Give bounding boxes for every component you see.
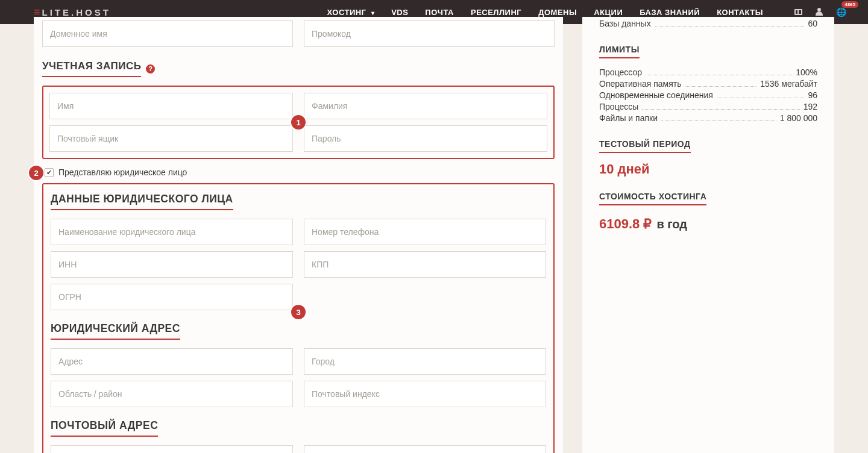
account-title-text: УЧЕТНАЯ ЗАПИСЬ (42, 60, 141, 77)
postal-city-field[interactable]: Город (304, 445, 546, 453)
lastname-field[interactable]: Фамилия (304, 93, 547, 119)
limit-label: Файлы и папки (599, 113, 658, 123)
legal-city-placeholder: Город (312, 357, 335, 366)
nav-vds[interactable]: VDS (391, 8, 408, 17)
postal-address-title: ПОЧТОВЫЙ АДРЕС (51, 419, 158, 437)
summary-databases-row: Базы данных 60 (599, 19, 817, 28)
limit-row: Процессы 192 (599, 102, 817, 111)
firstname-placeholder: Имя (57, 101, 74, 111)
nav-promo[interactable]: АКЦИИ (594, 8, 623, 17)
legal-phone-field[interactable]: Номер телефона (304, 219, 546, 245)
limit-value: 1 800 000 (780, 113, 817, 123)
promo-field[interactable]: Промокод (304, 20, 555, 47)
checkbox-icon: ✔ (45, 168, 54, 177)
summary-databases-value: 60 (808, 19, 817, 28)
legal-name-placeholder: Наименование юридического лица (58, 227, 195, 237)
limits-list: Процессор 100% Оперативная память 1536 м… (599, 67, 817, 123)
password-field[interactable]: Пароль (304, 125, 547, 152)
price-title: СТОИМОСТЬ ХОСТИНГА (599, 192, 706, 205)
promo-placeholder: Промокод (312, 29, 351, 39)
legal-address-placeholder: Адрес (58, 357, 83, 366)
nav-contacts[interactable]: КОНТАКТЫ (717, 8, 763, 17)
nav-reselling[interactable]: РЕСЕЛЛИНГ (471, 8, 521, 17)
order-form: Доменное имя Промокод УЧЕТНАЯ ЗАПИСЬ ? И… (34, 17, 563, 453)
domain-field[interactable]: Доменное имя (42, 20, 293, 47)
limit-row: Оперативная память 1536 мегабайт (599, 79, 817, 89)
summary-databases-label: Базы данных (599, 19, 651, 28)
nav-hosting-label: ХОСТИНГ (327, 8, 366, 17)
nav-domains[interactable]: ДОМЕНЫ (538, 8, 577, 17)
legal-address-field[interactable]: Адрес (51, 348, 293, 375)
ogrn-placeholder: ОГРН (58, 292, 81, 302)
price-suffix: в год (656, 217, 687, 231)
legal-entity-title: ДАННЫЕ ЮРИДИЧЕСКОГО ЛИЦА (51, 193, 233, 210)
legal-postcode-placeholder: Почтовый индекс (312, 389, 380, 399)
trial-value: 10 дней (599, 161, 817, 177)
chevron-down-icon: ▾ (371, 10, 375, 16)
price-line: 6109.8 ₽ в год (599, 215, 817, 232)
limit-value: 96 (808, 90, 817, 100)
globe-badge: 4865 (841, 1, 858, 8)
limit-label: Оперативная память (599, 79, 681, 89)
legal-address-title: ЮРИДИЧЕСКИЙ АДРЕС (51, 322, 180, 340)
firstname-field[interactable]: Имя (49, 93, 293, 119)
globe-icon[interactable]: 🌐 4865 (836, 7, 846, 17)
email-field[interactable]: Почтовый ящик (49, 125, 293, 152)
lastname-placeholder: Фамилия (312, 101, 347, 111)
step-badge-2: 2 (29, 166, 43, 180)
kpp-field[interactable]: КПП (304, 251, 546, 278)
step-badge-3: 3 (291, 305, 306, 319)
legal-city-field[interactable]: Город (304, 348, 546, 375)
user-icon[interactable] (816, 8, 823, 17)
limit-value: 192 (804, 102, 817, 111)
inn-placeholder: ИНН (58, 260, 77, 269)
nav-links: ХОСТИНГ ▾ VDS ПОЧТА РЕСЕЛЛИНГ ДОМЕНЫ АКЦ… (327, 7, 846, 17)
legal-phone-placeholder: Номер телефона (312, 227, 379, 237)
nav-kb[interactable]: БАЗА ЗНАНИЙ (640, 8, 700, 17)
legal-checkbox-label: Представляю юридическое лицо (58, 167, 187, 177)
domain-placeholder: Доменное имя (50, 29, 107, 39)
step-badge-1: 1 (291, 115, 306, 130)
legal-region-placeholder: Область / район (58, 389, 122, 399)
password-placeholder: Пароль (312, 134, 341, 143)
limit-row: Одновременные соединения 96 (599, 90, 817, 100)
limit-label: Процессы (599, 102, 638, 111)
legal-name-field[interactable]: Наименование юридического лица (51, 219, 293, 245)
ogrn-field[interactable]: ОГРН (51, 284, 293, 310)
kpp-placeholder: КПП (312, 260, 329, 269)
account-outline: Имя Фамилия Почтовый ящик Пароль 1 (42, 86, 555, 159)
legal-region-field[interactable]: Область / район (51, 381, 293, 407)
limit-row: Процессор 100% (599, 67, 817, 77)
account-section-title: УЧЕТНАЯ ЗАПИСЬ ? (42, 60, 555, 77)
price-value: 6109.8 ₽ (599, 216, 652, 232)
inn-field[interactable]: ИНН (51, 251, 293, 278)
trial-title: ТЕСТОВЫЙ ПЕРИОД (599, 139, 691, 153)
help-icon[interactable]: ? (146, 64, 155, 73)
limit-label: Одновременные соединения (599, 90, 713, 100)
email-placeholder: Почтовый ящик (57, 134, 118, 143)
legal-entity-checkbox[interactable]: 2 ✔ Представляю юридическое лицо (45, 167, 555, 177)
legal-outline: 3 ДАННЫЕ ЮРИДИЧЕСКОГО ЛИЦА Наименование … (42, 183, 555, 453)
limit-value: 100% (796, 67, 817, 77)
limit-label: Процессор (599, 67, 642, 77)
limit-row: Файлы и папки 1 800 000 (599, 113, 817, 123)
postal-address-field[interactable]: Адрес (51, 445, 293, 453)
nav-hosting[interactable]: ХОСТИНГ ▾ (327, 8, 374, 17)
limit-value: 1536 мегабайт (760, 79, 817, 89)
limits-title: ЛИМИТЫ (599, 45, 640, 58)
legal-postcode-field[interactable]: Почтовый индекс (304, 381, 546, 407)
nav-mail[interactable]: ПОЧТА (425, 8, 454, 17)
plan-summary: Базы данных 60 ЛИМИТЫ Процессор 100% Опе… (582, 17, 834, 453)
logo-text: LITE.HOST (42, 7, 111, 17)
dashboard-icon[interactable] (794, 8, 802, 17)
